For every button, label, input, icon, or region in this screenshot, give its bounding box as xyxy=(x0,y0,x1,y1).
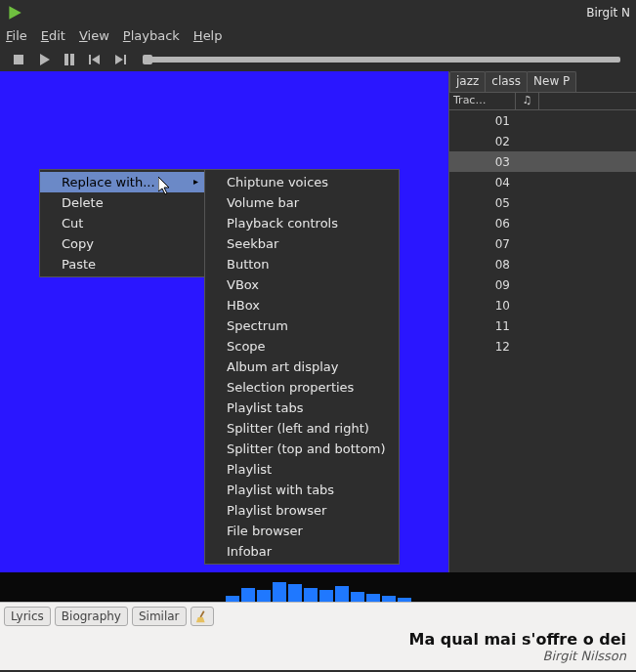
playlist-row[interactable]: 05 xyxy=(449,192,636,213)
svg-line-10 xyxy=(200,611,204,617)
playlist-cell-trackno: 06 xyxy=(449,217,516,231)
playlist-tab-class[interactable]: class xyxy=(485,71,528,92)
playlist-row[interactable]: 06 xyxy=(449,213,636,233)
spectrum-bar xyxy=(351,592,364,602)
svg-rect-1 xyxy=(14,55,23,64)
playlist-cell-trackno: 07 xyxy=(449,237,516,251)
playlist-cell-trackno: 01 xyxy=(449,114,516,128)
menu-help[interactable]: Help xyxy=(193,28,223,43)
ctx-sub-item-seekbar[interactable]: Seekbar xyxy=(205,233,399,254)
ctx-sub-item-playback-controls[interactable]: Playback controls xyxy=(205,213,399,233)
spectrum-visualizer xyxy=(0,572,636,602)
svg-rect-5 xyxy=(89,55,91,64)
context-menu: Replace with...▸DeleteCutCopyPaste xyxy=(39,169,205,277)
seek-thumb[interactable] xyxy=(143,55,152,64)
menu-file[interactable]: File xyxy=(6,28,27,43)
play-button[interactable] xyxy=(33,50,55,69)
ctx-sub-item-playlist-tabs[interactable]: Playlist tabs xyxy=(205,398,399,418)
ctx-item-paste[interactable]: Paste xyxy=(40,254,204,274)
playlist-cell-trackno: 05 xyxy=(449,196,516,210)
ctx-sub-item-scope[interactable]: Scope xyxy=(205,336,399,357)
spectrum-bar xyxy=(288,584,302,602)
ctx-sub-item-playlist[interactable]: Playlist xyxy=(205,459,399,480)
ctx-sub-item-button[interactable]: Button xyxy=(205,254,399,274)
info-tab-lyrics[interactable]: Lyrics xyxy=(4,607,51,626)
ctx-sub-item-album-art-display[interactable]: Album art display xyxy=(205,357,399,377)
playlist-row[interactable]: 12 xyxy=(449,336,636,357)
playlist-row[interactable]: 10 xyxy=(449,295,636,315)
ctx-sub-item-volume-bar[interactable]: Volume bar xyxy=(205,192,399,213)
next-button[interactable] xyxy=(109,50,131,69)
layout-editor-pane[interactable]: Replace with...▸DeleteCutCopyPaste Chipt… xyxy=(0,71,448,574)
info-tab-biography[interactable]: Biography xyxy=(55,607,128,626)
ctx-item-replace-with[interactable]: Replace with...▸ xyxy=(40,172,204,192)
svg-marker-7 xyxy=(115,55,123,64)
ctx-sub-item-splitter-left-and-right[interactable]: Splitter (left and right) xyxy=(205,418,399,439)
playlist-col-trackno[interactable]: Trac… xyxy=(449,93,516,109)
toolbar xyxy=(0,48,636,71)
playlist-col-playing-icon[interactable]: ♫ xyxy=(516,93,539,109)
ctx-sub-item-spectrum[interactable]: Spectrum xyxy=(205,315,399,336)
playlist-row[interactable]: 02 xyxy=(449,131,636,151)
menu-edit[interactable]: Edit xyxy=(41,28,65,43)
ctx-sub-item-splitter-top-and-bottom[interactable]: Splitter (top and bottom) xyxy=(205,439,399,459)
playlist-pane: jazzclassNew P Trac… ♫ 01020304050607080… xyxy=(448,71,636,574)
info-tabs: LyricsBiographySimilar xyxy=(0,603,636,630)
context-submenu-replace-with: Chiptune voicesVolume barPlayback contro… xyxy=(204,169,400,565)
playlist-cell-trackno: 03 xyxy=(449,155,516,169)
submenu-arrow-icon: ▸ xyxy=(193,176,198,187)
playlist-cell-trackno: 12 xyxy=(449,340,516,354)
playlist-cell-trackno: 10 xyxy=(449,299,516,313)
playlist-tab-jazz[interactable]: jazz xyxy=(449,71,486,92)
app-logo-icon xyxy=(6,4,23,21)
playlist-body[interactable]: 010203040506070809101112 xyxy=(449,110,636,574)
clear-info-button[interactable] xyxy=(191,607,214,626)
menu-view[interactable]: View xyxy=(79,28,109,43)
ctx-sub-item-playlist-browser[interactable]: Playlist browser xyxy=(205,500,399,521)
playlist-row[interactable]: 01 xyxy=(449,110,636,131)
spectrum-bar xyxy=(257,590,271,602)
playlist-row[interactable]: 04 xyxy=(449,172,636,192)
seek-bar[interactable] xyxy=(143,57,620,63)
ctx-sub-item-vbox[interactable]: VBox xyxy=(205,274,399,295)
svg-marker-2 xyxy=(40,54,50,65)
playlist-cell-trackno: 09 xyxy=(449,278,516,292)
ctx-sub-item-infobar[interactable]: Infobar xyxy=(205,541,399,562)
spectrum-bar xyxy=(382,596,396,602)
pause-button[interactable] xyxy=(59,50,80,69)
prev-button[interactable] xyxy=(84,50,106,69)
info-tab-similar[interactable]: Similar xyxy=(132,607,187,626)
titlebar-text: Birgit N xyxy=(586,6,630,20)
playlist-row[interactable]: 11 xyxy=(449,315,636,336)
ctx-item-delete[interactable]: Delete xyxy=(40,192,204,213)
menu-playback[interactable]: Playback xyxy=(123,28,180,43)
ctx-sub-item-hbox[interactable]: HBox xyxy=(205,295,399,315)
ctx-sub-item-chiptune-voices[interactable]: Chiptune voices xyxy=(205,172,399,192)
ctx-item-copy[interactable]: Copy xyxy=(40,233,204,254)
playlist-row[interactable]: 03 xyxy=(449,151,636,172)
ctx-item-cut[interactable]: Cut xyxy=(40,213,204,233)
ctx-sub-item-playlist-with-tabs[interactable]: Playlist with tabs xyxy=(205,480,399,500)
spectrum-bar xyxy=(241,588,255,602)
ctx-sub-item-file-browser[interactable]: File browser xyxy=(205,521,399,541)
playlist-cell-trackno: 02 xyxy=(449,135,516,148)
title-bar: Birgit N xyxy=(0,0,636,24)
playlist-tabs: jazzclassNew P xyxy=(449,71,636,93)
playlist-header: Trac… ♫ xyxy=(449,93,636,110)
info-panel: LyricsBiographySimilar Ma qual mai s'off… xyxy=(0,602,636,670)
ctx-sub-item-selection-properties[interactable]: Selection properties xyxy=(205,377,399,398)
svg-rect-8 xyxy=(124,55,126,64)
svg-rect-4 xyxy=(70,54,74,65)
playlist-row[interactable]: 09 xyxy=(449,274,636,295)
spectrum-bar xyxy=(335,586,349,602)
now-playing-title: Ma qual mai s'offre o dei xyxy=(0,630,626,649)
stop-button[interactable] xyxy=(8,50,29,69)
svg-rect-3 xyxy=(64,54,68,65)
playlist-cell-trackno: 08 xyxy=(449,258,516,272)
spectrum-bar xyxy=(273,582,286,602)
spectrum-bar xyxy=(304,588,318,602)
spectrum-bar xyxy=(366,594,380,602)
playlist-tab-new-p[interactable]: New P xyxy=(527,71,576,92)
playlist-row[interactable]: 07 xyxy=(449,233,636,254)
playlist-row[interactable]: 08 xyxy=(449,254,636,274)
